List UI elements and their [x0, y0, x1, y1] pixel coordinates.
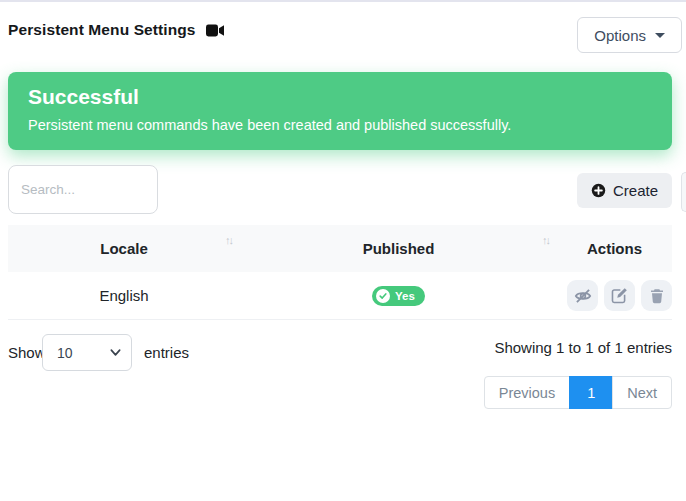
locale-cell: English	[8, 287, 240, 304]
caret-down-icon	[655, 33, 665, 38]
show-label: Show	[8, 344, 46, 361]
page-size-control: 10	[42, 334, 132, 371]
column-header-published[interactable]: Published ↑↓	[240, 225, 557, 272]
create-button-label: Create	[613, 182, 658, 199]
column-header-locale[interactable]: Locale ↑↓	[8, 225, 240, 272]
pagination: Previous 1 Next	[484, 376, 672, 409]
edit-button[interactable]	[604, 280, 635, 311]
published-badge: Yes	[372, 286, 425, 306]
entries-label: entries	[144, 344, 189, 361]
trash-icon	[649, 288, 665, 304]
published-badge-label: Yes	[395, 290, 415, 302]
actions-cell	[557, 280, 672, 311]
cutoff-button[interactable]	[681, 172, 686, 212]
edit-pencil-icon	[611, 287, 628, 304]
page-size-select[interactable]: 10	[42, 334, 132, 371]
success-alert: Successful Persistent menu commands have…	[8, 72, 672, 150]
column-label: Published	[363, 240, 435, 257]
create-button[interactable]: Create	[577, 173, 672, 208]
top-divider	[0, 0, 686, 2]
next-page-button[interactable]: Next	[612, 376, 672, 409]
check-circle-icon	[376, 289, 390, 303]
column-label: Locale	[100, 240, 148, 257]
plus-circle-icon	[591, 183, 606, 198]
page-header: Persistent Menu Settings	[8, 21, 225, 39]
alert-message: Persistent menu commands have been creat…	[28, 117, 652, 133]
table-header-row: Locale ↑↓ Published ↑↓ Actions	[8, 225, 672, 272]
eye-slash-icon	[574, 287, 592, 305]
options-button[interactable]: Options	[577, 17, 682, 53]
sort-icon[interactable]: ↑↓	[542, 234, 549, 246]
video-camera-icon	[206, 24, 225, 37]
table-row: English Yes	[8, 272, 672, 320]
options-button-label: Options	[594, 27, 646, 44]
column-label: Actions	[587, 240, 642, 257]
page-title: Persistent Menu Settings	[8, 21, 196, 39]
column-header-actions: Actions	[557, 225, 672, 272]
sort-icon[interactable]: ↑↓	[225, 234, 232, 246]
current-page-button[interactable]: 1	[569, 376, 613, 409]
locales-table: Locale ↑↓ Published ↑↓ Actions English Y…	[8, 225, 672, 320]
showing-info: Showing 1 to 1 of 1 entries	[494, 339, 672, 356]
delete-button[interactable]	[641, 280, 672, 311]
previous-page-button[interactable]: Previous	[484, 376, 570, 409]
alert-title: Successful	[28, 85, 652, 109]
unpublish-button[interactable]	[567, 280, 598, 311]
published-cell: Yes	[240, 286, 557, 306]
search-input[interactable]	[8, 165, 158, 214]
